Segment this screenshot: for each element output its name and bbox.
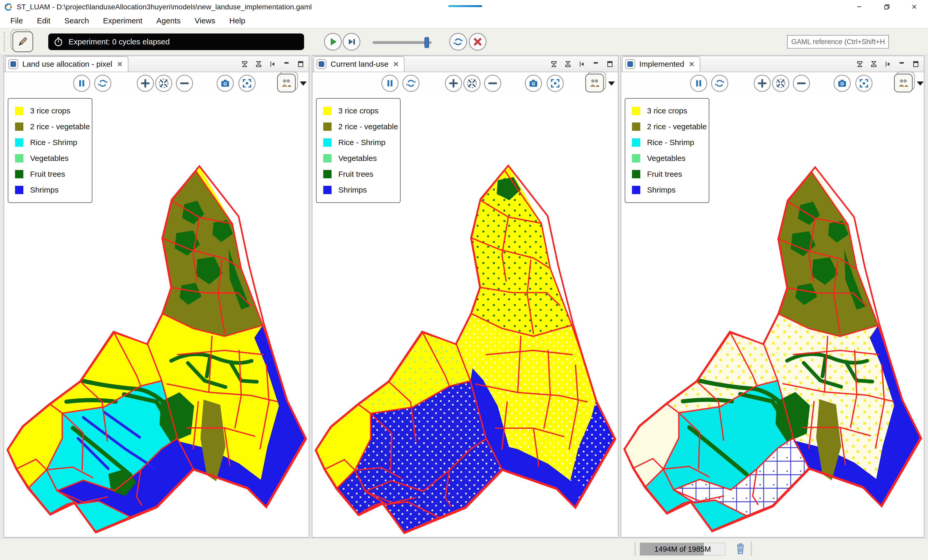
close-window-button[interactable] [901, 0, 928, 14]
pin-side-icon[interactable] [578, 60, 586, 68]
gaml-reference-search[interactable] [787, 35, 889, 49]
legend-color-chip [632, 122, 640, 131]
pause-button[interactable] [73, 75, 90, 92]
legend-label: Vegetables [338, 154, 377, 163]
panel-tab-title: Implemented [639, 60, 684, 69]
legend-color-chip [323, 170, 331, 178]
zoom-out-button[interactable] [793, 75, 810, 92]
sync-display-button[interactable] [711, 75, 728, 92]
panel-tab-tools [550, 60, 614, 68]
map-canvas[interactable]: 3 rice crops2 rice - vegetableRice - Shr… [4, 96, 309, 537]
legend-item: 2 rice - vegetable [625, 119, 709, 134]
menu-experiment[interactable]: Experiment [103, 16, 142, 25]
maximize-view-icon[interactable] [912, 60, 920, 68]
snapshot-button[interactable] [525, 75, 542, 92]
menu-agents[interactable]: Agents [156, 16, 180, 25]
snapshot-button[interactable] [217, 75, 234, 92]
snapshot-button[interactable] [833, 75, 851, 92]
toggle-overlay-top-icon[interactable] [550, 60, 558, 68]
display-toolbar [312, 72, 618, 95]
maximize-view-icon[interactable] [297, 60, 305, 68]
toggle-overlay-bottom-icon[interactable] [870, 60, 878, 68]
layers-caret-icon[interactable] [608, 81, 615, 85]
minimize-view-icon[interactable] [592, 60, 600, 68]
fullscreen-button[interactable] [855, 75, 873, 92]
experiment-status-text: Experiment: 0 cycles elapsed [69, 37, 170, 46]
legend-item: Shrimps [316, 182, 400, 198]
menu-file[interactable]: File [11, 16, 23, 25]
legend-color-chip [15, 107, 23, 115]
legend-label: Vegetables [30, 154, 69, 163]
edit-experiment-button[interactable] [12, 31, 33, 52]
close-tab-icon[interactable] [392, 61, 399, 67]
legend-label: Shrimps [338, 186, 367, 194]
panel-tab[interactable]: Current land-use [313, 56, 404, 72]
view-panel-current: Current land-use [312, 55, 618, 538]
restore-window-button[interactable] [873, 0, 901, 14]
fullscreen-button[interactable] [238, 75, 256, 92]
menu-views[interactable]: Views [195, 16, 215, 25]
sync-icon [406, 78, 417, 89]
layers-caret-icon[interactable] [300, 81, 307, 85]
layers-menu-button[interactable] [277, 74, 296, 92]
panel-tab-title: Current land-use [331, 60, 388, 69]
zoom-in-button[interactable] [137, 75, 154, 92]
cycle-delay-slider[interactable] [372, 41, 432, 44]
sync-icon [97, 78, 108, 89]
toggle-overlay-bottom-icon[interactable] [564, 60, 572, 68]
toggle-overlay-bottom-icon[interactable] [255, 60, 263, 68]
legend-color-chip [323, 154, 331, 162]
camera-icon [220, 78, 230, 89]
layers-menu-button[interactable] [894, 74, 913, 92]
sync-display-button[interactable] [94, 75, 111, 92]
zoom-out-button[interactable] [176, 75, 193, 92]
close-tab-icon[interactable] [116, 61, 123, 67]
zoom-fit-button[interactable] [772, 75, 789, 92]
display-view-icon [8, 59, 18, 69]
display-toolbar [4, 72, 309, 95]
cycle-delay-slider-handle[interactable] [424, 37, 429, 48]
stop-experiment-button[interactable] [469, 33, 487, 50]
pause-icon [385, 78, 395, 89]
menu-help[interactable]: Help [229, 16, 246, 25]
play-experiment-button[interactable] [324, 33, 342, 50]
toolbar-drag-handle[interactable] [4, 32, 5, 51]
sync-display-button[interactable] [402, 75, 420, 92]
zoom-in-icon [140, 78, 151, 89]
minimize-view-icon[interactable] [283, 60, 291, 68]
layers-menu-button[interactable] [585, 74, 604, 92]
menu-edit[interactable]: Edit [37, 16, 50, 25]
pause-button[interactable] [382, 75, 398, 92]
trash-icon [735, 542, 746, 556]
layers-caret-icon[interactable] [917, 81, 923, 85]
fullscreen-button[interactable] [546, 75, 564, 92]
memory-gauge: 1494M of 1985M [640, 543, 725, 555]
pencil-icon [16, 35, 30, 48]
pin-side-icon[interactable] [884, 60, 892, 68]
view-panel-allocation: Land use allocation - pixel [4, 55, 309, 538]
camera-icon [528, 78, 539, 89]
layers-icon [588, 76, 602, 90]
zoom-in-button[interactable] [754, 75, 771, 92]
panel-tab[interactable]: Implemented [622, 56, 700, 72]
zoom-fit-button[interactable] [463, 75, 481, 92]
zoom-fit-button[interactable] [155, 75, 172, 92]
display-view-icon [625, 59, 635, 69]
panel-tab[interactable]: Land use allocation - pixel [5, 56, 128, 72]
minimize-window-button[interactable] [846, 0, 873, 14]
maximize-view-icon[interactable] [606, 60, 614, 68]
step-experiment-button[interactable] [343, 33, 360, 50]
pin-side-icon[interactable] [269, 60, 276, 68]
zoom-out-button[interactable] [484, 75, 501, 92]
map-canvas[interactable]: 3 rice crops2 rice - vegetableRice - Shr… [621, 96, 924, 537]
garbage-collect-button[interactable] [733, 542, 746, 557]
reload-experiment-button[interactable] [449, 33, 467, 50]
toggle-overlay-top-icon[interactable] [241, 60, 249, 68]
pause-button[interactable] [690, 75, 707, 92]
close-tab-icon[interactable] [688, 61, 695, 67]
minimize-view-icon[interactable] [898, 60, 906, 68]
menu-search[interactable]: Search [64, 16, 89, 25]
zoom-in-button[interactable] [445, 75, 462, 92]
map-canvas[interactable]: 3 rice crops2 rice - vegetableRice - Shr… [312, 96, 618, 537]
toggle-overlay-top-icon[interactable] [856, 60, 864, 68]
